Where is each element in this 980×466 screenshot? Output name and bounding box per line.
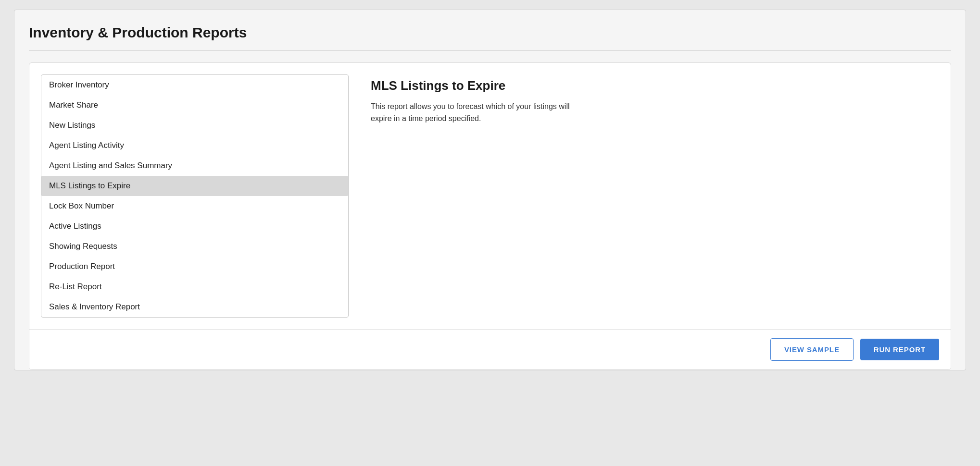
page-title: Inventory & Production Reports xyxy=(29,25,951,41)
card-footer: VIEW SAMPLE RUN REPORT xyxy=(29,329,951,369)
report-list-item-re-list-report[interactable]: Re-List Report xyxy=(41,277,348,297)
reports-card: Broker InventoryMarket ShareNew Listings… xyxy=(29,62,951,370)
report-list-item-agent-listing-activity[interactable]: Agent Listing Activity xyxy=(41,135,348,156)
report-list-item-lock-box-number[interactable]: Lock Box Number xyxy=(41,196,348,216)
report-list-item-active-listings[interactable]: Active Listings xyxy=(41,216,348,236)
report-list: Broker InventoryMarket ShareNew Listings… xyxy=(41,75,348,317)
report-list-item-new-listings[interactable]: New Listings xyxy=(41,115,348,135)
report-list-item-mls-listings-to-expire[interactable]: MLS Listings to Expire xyxy=(41,176,348,196)
page-container: Inventory & Production Reports Broker In… xyxy=(14,10,966,370)
report-list-item-market-share[interactable]: Market Share xyxy=(41,95,348,115)
report-list-item-broker-inventory[interactable]: Broker Inventory xyxy=(41,75,348,95)
card-body: Broker InventoryMarket ShareNew Listings… xyxy=(29,63,951,329)
report-list-item-showing-requests[interactable]: Showing Requests xyxy=(41,236,348,257)
report-list-item-sales-inventory-report[interactable]: Sales & Inventory Report xyxy=(41,297,348,317)
report-list-item-production-report[interactable]: Production Report xyxy=(41,257,348,277)
divider xyxy=(29,50,951,51)
detail-description: This report allows you to forecast which… xyxy=(371,101,573,125)
run-report-button[interactable]: RUN REPORT xyxy=(860,339,939,360)
detail-title: MLS Listings to Expire xyxy=(371,78,931,93)
detail-panel: MLS Listings to Expire This report allow… xyxy=(363,74,939,318)
view-sample-button[interactable]: VIEW SAMPLE xyxy=(770,338,854,361)
report-list-item-agent-listing-sales-summary[interactable]: Agent Listing and Sales Summary xyxy=(41,156,348,176)
report-list-panel: Broker InventoryMarket ShareNew Listings… xyxy=(41,74,349,318)
